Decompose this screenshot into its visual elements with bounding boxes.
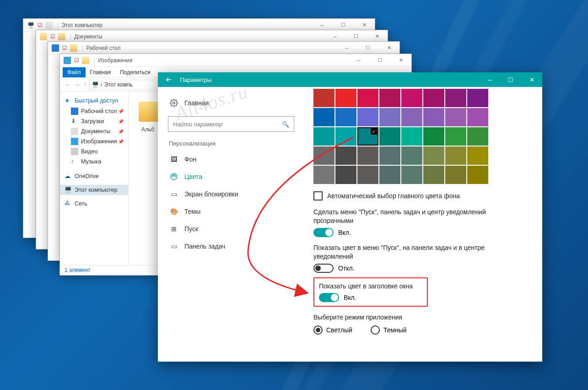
close-button[interactable]: ✕ (378, 42, 399, 54)
color-swatch[interactable] (423, 108, 444, 126)
maximize-button[interactable]: ☐ (500, 72, 521, 87)
color-swatch[interactable] (357, 166, 378, 184)
nav-taskbar[interactable]: ▭Панель задач (166, 238, 296, 255)
color-swatch[interactable] (379, 127, 400, 146)
maximize-button[interactable]: ☐ (369, 54, 390, 67)
picture-icon: 🖼 (170, 155, 178, 163)
color-swatch[interactable] (401, 166, 422, 184)
nav-themes[interactable]: 🎨Темы (166, 203, 296, 220)
search-input[interactable]: Найти параметр 🔍 (168, 116, 294, 132)
tab-file[interactable]: Файл (63, 67, 86, 77)
color-swatch[interactable] (379, 146, 400, 165)
titlebar[interactable]: ☑ | Изображения ─ ☐ ✕ (60, 54, 411, 67)
color-swatch[interactable] (357, 127, 378, 146)
toggle-showcolor[interactable]: Откл. (313, 264, 533, 273)
color-swatch[interactable] (445, 89, 466, 107)
settings-window[interactable]: Параметры ─ ☐ ✕ Главная Найти параметр 🔍… (158, 72, 542, 362)
color-swatch[interactable] (401, 146, 422, 165)
option-transparent-label: Сделать меню "Пуск", панель задач и цент… (313, 208, 496, 225)
back-button[interactable] (158, 72, 180, 87)
color-swatch[interactable] (423, 146, 444, 165)
titlebar[interactable]: ☑ | Рабочий стол ─ ☐ ✕ (48, 42, 399, 54)
taskbar-icon: ▭ (170, 242, 178, 250)
sidebar-item-desktop[interactable]: Рабочий стол📌 (60, 106, 128, 116)
settings-titlebar[interactable]: Параметры ─ ☐ ✕ (158, 72, 542, 87)
video-icon (71, 148, 78, 155)
sidebar-item-pictures[interactable]: Изображения📌 (60, 136, 128, 146)
color-swatch[interactable] (467, 127, 488, 146)
toggle-titlebar-color[interactable]: Вкл. (319, 293, 422, 302)
music-icon: ♪ (71, 158, 78, 165)
highlighted-option: Показать цвет в заголовке окна Вкл. (313, 277, 428, 307)
color-swatch[interactable] (401, 89, 422, 107)
color-swatch[interactable] (467, 89, 488, 107)
toggle-transparent[interactable]: Вкл. (313, 228, 533, 237)
sidebar-item-thispc[interactable]: 🖥️Этот компьютер (60, 185, 128, 195)
chk-icon: ☑ (73, 57, 80, 64)
minimize-button[interactable]: ─ (479, 72, 500, 87)
minimize-button[interactable]: ─ (348, 54, 369, 67)
sidebar-item-onedrive[interactable]: ☁OneDrive (60, 171, 128, 181)
tab-share[interactable]: Поделиться (115, 67, 155, 77)
close-button[interactable]: ✕ (521, 72, 542, 87)
color-swatch[interactable] (357, 108, 378, 126)
color-swatch[interactable] (357, 146, 378, 165)
color-swatch[interactable] (357, 89, 378, 107)
color-swatch[interactable] (423, 89, 444, 107)
color-swatch[interactable] (467, 146, 488, 165)
sidebar-item-music[interactable]: ♪Музыка (60, 157, 128, 167)
color-swatch[interactable] (445, 127, 466, 146)
color-swatch[interactable] (379, 108, 400, 126)
nav-background[interactable]: 🖼Фон (166, 151, 296, 168)
minimize-button[interactable]: ─ (336, 42, 357, 54)
color-swatch[interactable] (423, 127, 444, 146)
color-swatch[interactable] (445, 146, 466, 165)
nav-fwd-icon[interactable]: → (74, 81, 80, 88)
color-swatch[interactable] (467, 166, 488, 184)
color-swatch[interactable] (445, 166, 466, 184)
color-swatch[interactable] (335, 127, 356, 146)
radio-dark[interactable]: Темный (371, 325, 407, 335)
nav-colors[interactable]: Цвета (166, 168, 296, 185)
sidebar-quick-access[interactable]: ★Быстрый доступ (60, 95, 128, 106)
nav-up-icon[interactable]: ↑ (84, 81, 87, 88)
sidebar-item-video[interactable]: Видео (60, 146, 128, 157)
color-swatch[interactable] (335, 166, 356, 184)
color-swatch[interactable] (313, 89, 334, 107)
sidebar-item-documents[interactable]: Документы📌 (60, 126, 128, 136)
radio-light[interactable]: Светлый (313, 325, 352, 335)
app-mode-label: Выберите режим приложения (313, 313, 496, 322)
gear-icon (170, 99, 178, 107)
lockscreen-icon: ▭ (170, 190, 178, 198)
color-swatch[interactable] (335, 89, 356, 107)
nav-home[interactable]: Главная (166, 94, 296, 112)
auto-color-checkbox[interactable]: Автоматический выбор главного цвета фона (313, 191, 533, 200)
color-swatch[interactable] (401, 108, 422, 126)
color-swatch[interactable] (379, 166, 400, 184)
window-title: Рабочий стол (86, 45, 120, 51)
color-swatch[interactable] (401, 127, 422, 146)
color-swatch[interactable] (335, 108, 356, 126)
color-swatch[interactable] (313, 127, 334, 146)
nav-lockscreen[interactable]: ▭Экран блокировки (166, 185, 296, 203)
color-swatch[interactable] (445, 108, 466, 126)
color-swatch[interactable] (313, 146, 334, 165)
color-swatch[interactable] (335, 146, 356, 165)
nav-back-icon[interactable]: ← (65, 81, 70, 88)
tab-home[interactable]: Главная (86, 67, 116, 77)
desktop-icon (52, 44, 59, 52)
color-swatch[interactable] (467, 108, 488, 126)
sidebar-item-network[interactable]: 🖧Сеть (60, 199, 128, 209)
color-swatch[interactable] (313, 108, 334, 126)
radio-on-icon (313, 325, 323, 335)
close-button[interactable]: ✕ (390, 54, 411, 67)
color-swatch[interactable] (379, 89, 400, 107)
nav-start[interactable]: ⊞Пуск (166, 220, 296, 238)
pin-icon: 📌 (118, 119, 124, 124)
color-swatch[interactable] (423, 166, 444, 184)
pc-icon: 🖥️ (65, 186, 72, 194)
sidebar-item-downloads[interactable]: ⬇Загрузки📌 (60, 116, 128, 126)
color-palette (313, 89, 533, 184)
color-swatch[interactable] (313, 166, 334, 184)
maximize-button[interactable]: ☐ (357, 42, 378, 54)
